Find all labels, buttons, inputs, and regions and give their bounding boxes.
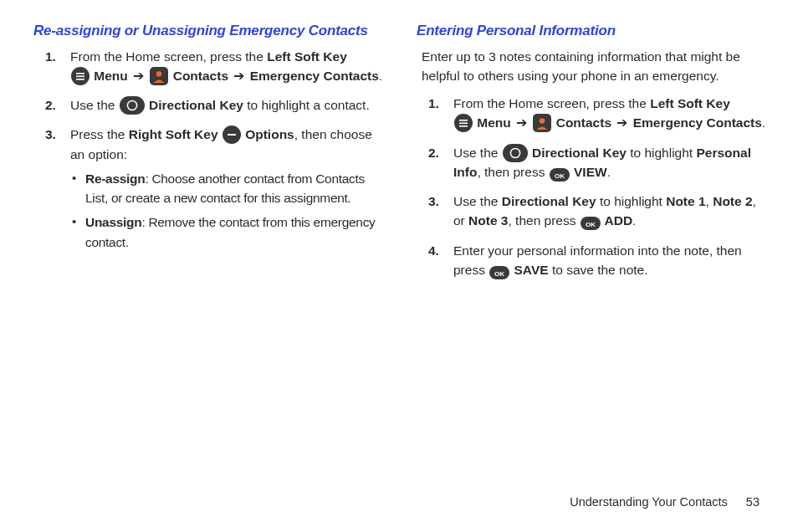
arrow-icon: ➔: [516, 115, 527, 130]
menu-icon: [71, 67, 90, 85]
text: Use the: [70, 98, 119, 112]
step-number: 1.: [45, 47, 56, 66]
menu-icon: [454, 114, 473, 132]
text: , then press: [477, 165, 548, 179]
note3-label: Note 3: [468, 213, 508, 228]
contacts-icon: [150, 67, 168, 85]
step-number: 3.: [45, 125, 56, 144]
text: Use the: [453, 146, 502, 160]
right-soft-key-label: Right Soft Key: [129, 127, 218, 141]
text: Press the: [70, 127, 129, 141]
step-number: 3.: [428, 192, 439, 211]
emergency-contacts-label: Emergency Contacts: [629, 115, 762, 130]
step-1: 1. From the Home screen, press the Left …: [45, 47, 385, 86]
text: Use the: [453, 194, 502, 208]
directional-key-icon: [120, 96, 145, 115]
section-heading-left: Re-assigning or Unassigning Emergency Co…: [33, 20, 385, 42]
period: .: [607, 165, 611, 179]
text: From the Home screen, press the: [453, 96, 650, 110]
step-1: 1. From the Home screen, press the Left …: [428, 94, 768, 133]
text: , then press: [508, 213, 579, 228]
text: to highlight: [627, 146, 697, 160]
arrow-icon: ➔: [233, 69, 244, 83]
options-label: Options: [242, 127, 294, 141]
contacts-icon: [533, 114, 551, 132]
footer-section-title: Understanding Your Contacts: [570, 495, 728, 509]
step-number: 1.: [428, 94, 439, 113]
step-3: 3. Press the Right Soft Key Options, the…: [45, 125, 385, 252]
text: to save the note.: [549, 263, 648, 277]
arrow-icon: ➔: [616, 115, 627, 130]
period: .: [379, 69, 382, 83]
reassign-label: Re-assign: [85, 171, 145, 186]
page-footer: Understanding Your Contacts 53: [570, 494, 760, 512]
period: .: [762, 115, 765, 130]
menu-label: Menu: [473, 115, 514, 130]
right-steps: 1. From the Home screen, press the Left …: [417, 94, 768, 279]
text: ,: [706, 194, 714, 208]
step-number: 4.: [428, 241, 439, 260]
bullet-reassign: Re-assign: Choose another contact from C…: [70, 169, 385, 208]
unassign-label: Unassign: [85, 215, 141, 229]
ok-icon: [550, 168, 570, 182]
step-4: 4. Enter your personal information into …: [428, 241, 768, 280]
left-steps: 1. From the Home screen, press the Left …: [33, 47, 385, 252]
ok-icon: [489, 266, 509, 279]
right-column: Entering Personal Information Enter up t…: [417, 20, 768, 289]
contacts-label: Contacts: [169, 69, 232, 83]
step-2: 2. Use the Directional Key to highlight …: [428, 143, 768, 182]
softkey-icon: [223, 125, 241, 144]
two-column-layout: Re-assigning or Unassigning Emergency Co…: [33, 20, 765, 289]
left-column: Re-assigning or Unassigning Emergency Co…: [33, 20, 385, 289]
directional-key-icon: [503, 144, 528, 162]
period: .: [632, 213, 636, 228]
manual-page: Re-assigning or Unassigning Emergency Co…: [0, 0, 798, 532]
intro-text: Enter up to 3 notes containing informati…: [422, 47, 768, 86]
note1-label: Note 1: [666, 194, 705, 208]
text: to highlight a contact.: [243, 98, 370, 112]
step-2: 2. Use the Directional Key to highlight …: [45, 95, 385, 115]
left-soft-key-label: Left Soft Key: [650, 96, 730, 110]
emergency-contacts-label: Emergency Contacts: [246, 69, 379, 83]
left-soft-key-label: Left Soft Key: [267, 49, 347, 64]
step-3: 3. Use the Directional Key to highlight …: [428, 192, 768, 231]
add-label: ADD: [601, 213, 632, 228]
menu-label: Menu: [90, 69, 131, 83]
ok-icon: [581, 217, 601, 230]
note2-label: Note 2: [713, 194, 752, 208]
text: to highlight: [596, 194, 667, 208]
directional-key-label: Directional Key: [502, 194, 596, 208]
arrow-icon: ➔: [133, 69, 144, 83]
section-heading-right: Entering Personal Information: [417, 20, 768, 42]
page-number: 53: [746, 495, 760, 509]
bullet-unassign: Unassign: Remove the contact from this e…: [70, 212, 385, 252]
save-label: SAVE: [510, 263, 548, 277]
contacts-label: Contacts: [552, 115, 615, 130]
text: From the Home screen, press the: [70, 49, 267, 64]
step-number: 2.: [428, 143, 439, 162]
view-label: VIEW: [570, 165, 607, 179]
directional-key-label: Directional Key: [529, 146, 627, 160]
step-number: 2.: [45, 95, 56, 115]
directional-key-label: Directional Key: [146, 98, 243, 112]
